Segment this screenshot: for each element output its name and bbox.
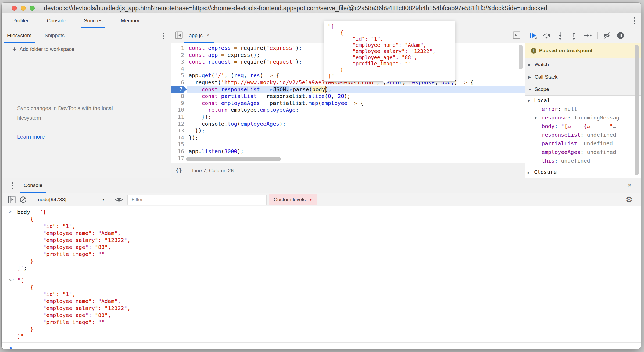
debugger-panel: i Paused on breakpoint ▶Watch▶Call Stack… [525,28,641,178]
tab-memory[interactable]: Memory [118,13,142,28]
learn-more-link[interactable]: Learn more [17,134,45,140]
tab-console[interactable]: Console [44,13,68,28]
filter-input[interactable] [127,195,267,205]
divider [32,196,32,203]
scope-var-this[interactable]: this: undefined [525,156,641,165]
console-drawer: Console × node[94733] ▼ Custom levels ▼ … [2,178,641,349]
line-number-16[interactable]: 16 [171,148,187,155]
result-chevron-icon: <· [2,277,17,340]
line-number-14[interactable]: 14 [171,134,187,141]
code-line-10[interactable]: return employee.employeeAge; [187,107,525,114]
main-tabbar: ProfilerConsoleSourcesMemory [2,13,641,28]
value-tooltip: "[ { "id": "1", "employee_name": "Adam",… [324,21,455,82]
code-line-8[interactable]: const partialList = responseList.slice(0… [187,93,525,100]
tab-profiler[interactable]: Profiler [10,13,31,28]
divider [597,32,598,39]
horizontal-scrollbar[interactable] [186,157,281,161]
scope-var-error[interactable]: error: null [525,105,641,113]
scope-var-responseList[interactable]: responseList: undefined [525,131,641,139]
pretty-print-icon[interactable]: {} [176,163,182,178]
eye-icon[interactable] [115,196,123,203]
close-icon[interactable]: × [206,32,210,38]
line-number-9[interactable]: 9 [171,100,187,107]
line-number-3[interactable]: 3 [171,58,187,65]
scope-group-local[interactable]: ▼Local [525,96,641,105]
code-line-14[interactable]: }); [187,134,525,141]
console-entry-result[interactable]: <·"[ { "id": "1", "employee_name": "Adam… [2,274,641,342]
close-icon[interactable]: × [627,178,632,192]
resume-icon[interactable] [529,31,537,40]
sources-navigator: Filesystem Snippets +Add folder to works… [2,28,171,178]
step-out-icon[interactable] [570,31,578,40]
scope-var-response[interactable]: ▶response: IncomingMessag… [525,113,641,122]
step-into-icon[interactable] [556,31,564,40]
info-icon: i [531,48,536,54]
scope-var-employeeAges[interactable]: employeeAges: undefined [525,148,641,156]
clear-console-icon[interactable] [19,196,27,203]
line-number-1[interactable]: 1 [171,45,187,52]
minimize-icon[interactable] [21,6,26,11]
step-icon[interactable] [584,31,592,40]
scope-var-body[interactable]: body: "[↵ {↵ "… [525,122,641,131]
code-line-12[interactable]: console.log(employeeAges); [187,121,525,128]
kebab-menu-icon[interactable] [163,32,164,40]
line-number-11[interactable]: 11 [171,114,187,121]
line-number-7[interactable]: 7 [171,86,187,93]
console-entry-command[interactable]: >body = `[ { "id": "1", "employee_name":… [2,206,641,274]
scope-var-partialList[interactable]: partialList: undefined [525,139,641,148]
line-number-4[interactable]: 4 [171,65,187,72]
deactivate-breakpoints-icon[interactable] [603,31,611,40]
scope-body: ▼Localerror: null▶response: IncomingMess… [525,96,641,176]
chevron-down-icon: ▼ [528,87,535,91]
divider [628,17,628,24]
tab-console[interactable]: Console [24,178,42,193]
chevron-right-icon: ▶ [528,62,535,67]
execution-context-selector[interactable]: node[94733] ▼ [38,197,105,203]
navigator-tabs: Filesystem Snippets [2,28,171,43]
filesystem-empty-state: Sync changes in DevTools with the local … [17,103,152,123]
line-number-13[interactable]: 13 [171,127,187,134]
debugger-show-icon[interactable] [513,31,520,39]
chevron-right-icon: ▶ [528,168,534,177]
code-line-13[interactable]: }); [187,127,525,134]
console-prompt[interactable]: > [2,342,641,349]
kebab-menu-icon[interactable] [12,182,13,190]
tab-sources[interactable]: Sources [81,13,105,28]
code-line-16[interactable]: app.listen(3000); [187,148,525,155]
tab-app-js[interactable]: app.js× [184,28,214,43]
navigator-hide-icon[interactable] [175,31,183,39]
code-line-7[interactable]: const responseList = ▶JSON.▶parse(body); [187,86,525,93]
custom-levels-dropdown[interactable]: Custom levels ▼ [269,194,317,205]
add-folder-button[interactable]: +Add folder to workspace [2,43,171,55]
close-icon[interactable] [12,6,17,11]
line-number-17[interactable]: 17 [171,155,187,162]
console-toolbar: node[94733] ▼ Custom levels ▼ ⚙ [2,193,641,206]
line-number-15[interactable]: 15 [171,141,187,148]
line-number-12[interactable]: 12 [171,121,187,128]
line-number-5[interactable]: 5 [171,72,187,79]
scope-group-closure[interactable]: ▶Closure [525,168,641,176]
tab-snippets[interactable]: Snippets [41,28,68,43]
line-number-8[interactable]: 8 [171,93,187,100]
chevron-down-icon: ▼ [528,97,534,105]
step-over-icon[interactable] [542,31,550,40]
line-number-6[interactable]: 6 [171,79,187,86]
line-number-2[interactable]: 2 [171,52,187,59]
zoom-icon[interactable] [30,6,35,11]
section-scope[interactable]: ▼Scope [525,83,641,96]
settings-gear-icon[interactable]: ⚙ [625,195,633,204]
line-number-10[interactable]: 10 [171,107,187,114]
console-sidebar-icon[interactable] [8,196,16,203]
section-watch[interactable]: ▶Watch [525,58,641,71]
vertical-scrollbar[interactable] [519,45,523,69]
tab-filesystem[interactable]: Filesystem [4,28,35,43]
section-call-stack[interactable]: ▶Call Stack [525,71,641,83]
pause-on-exceptions-icon[interactable] [617,31,625,40]
main-tabbar-tabs: ProfilerConsoleSourcesMemory [10,13,142,28]
code-line-15[interactable] [187,141,525,148]
code-line-11[interactable]: }); [187,114,525,121]
value-tooltip-content: "[ { "id": "1", "employee_name": "Adam",… [328,23,451,79]
code-line-9[interactable]: const employeeAges = partialList.map(emp… [187,100,525,107]
panel-scrollbar[interactable] [635,45,639,175]
kebab-menu-icon[interactable] [634,17,635,25]
